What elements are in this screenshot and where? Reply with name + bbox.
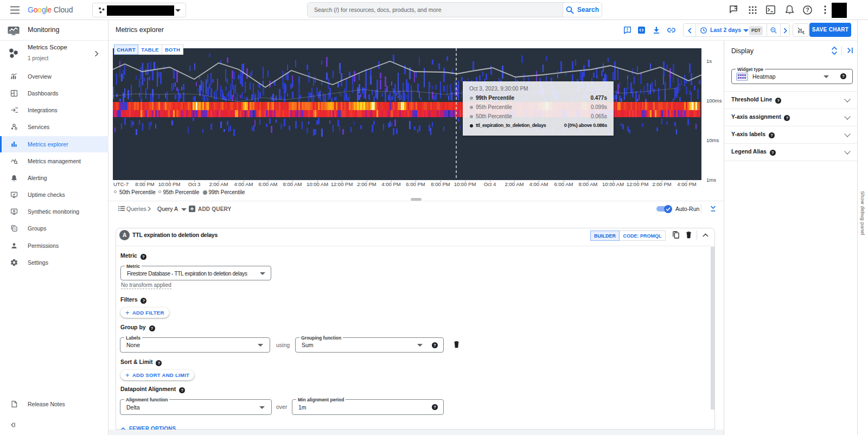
- svg-text:?: ?: [806, 7, 809, 13]
